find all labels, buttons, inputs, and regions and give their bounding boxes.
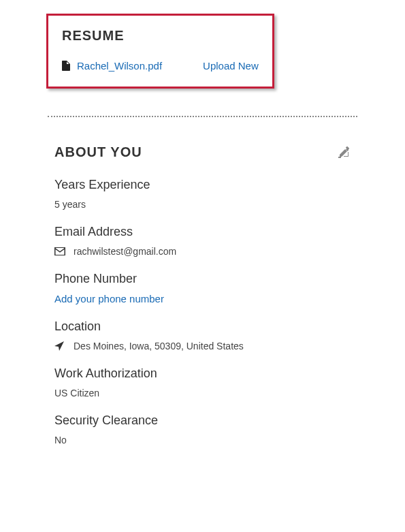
years-experience-field: Years Experience 5 years [54,178,351,210]
about-heading: ABOUT YOU [54,144,142,160]
upload-new-link[interactable]: Upload New [203,60,259,72]
email-value-row: rachwilstest@gmail.com [54,246,351,257]
file-icon [62,61,70,71]
location-arrow-icon [54,341,65,351]
location-value: Des Moines, Iowa, 50309, United States [74,341,244,351]
email-field: Email Address rachwilstest@gmail.com [54,225,351,257]
resume-file-row: Rachel_Wilson.pdf Upload New [62,60,259,72]
add-phone-link[interactable]: Add your phone number [54,293,351,304]
security-clearance-label: Security Clearance [54,413,351,428]
years-experience-label: Years Experience [54,178,351,192]
security-clearance-value: No [54,435,351,445]
phone-label: Phone Number [54,272,351,286]
about-header: ABOUT YOU [54,144,351,160]
work-auth-label: Work Authorization [54,366,351,381]
location-value-row: Des Moines, Iowa, 50309, United States [54,341,351,351]
envelope-icon [54,247,65,255]
location-label: Location [54,319,351,334]
location-field: Location Des Moines, Iowa, 50309, United… [54,319,351,351]
work-auth-value: US Citizen [54,388,351,398]
email-label: Email Address [54,225,351,239]
email-value: rachwilstest@gmail.com [74,246,176,257]
resume-section: RESUME Rachel_Wilson.pdf Upload New [46,14,274,89]
resume-heading: RESUME [62,28,259,44]
phone-field: Phone Number Add your phone number [54,272,351,304]
security-clearance-field: Security Clearance No [54,413,351,445]
edit-icon[interactable] [338,146,351,159]
work-auth-field: Work Authorization US Citizen [54,366,351,398]
section-divider [48,116,357,117]
resume-file-link[interactable]: Rachel_Wilson.pdf [77,60,162,72]
years-experience-value: 5 years [54,199,351,210]
